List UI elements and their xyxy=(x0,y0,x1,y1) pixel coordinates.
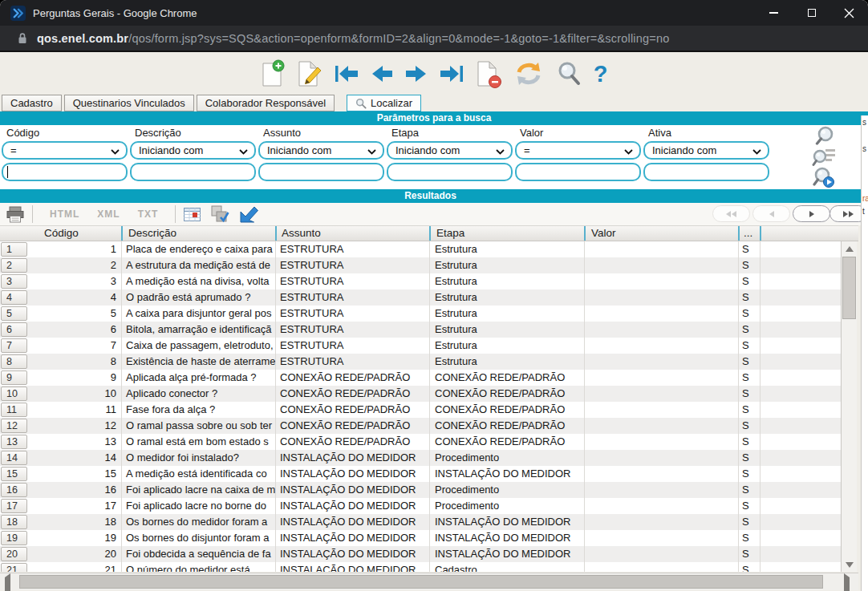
table-row[interactable]: 8 8 Existência de haste de aterrame ESTR… xyxy=(0,354,841,370)
search-simple-button[interactable] xyxy=(812,126,836,146)
tab-localizar[interactable]: Localizar xyxy=(347,95,421,111)
table-row[interactable]: 20 20 Foi obdecida a sequência de fa INS… xyxy=(0,546,841,562)
field-2-operator-select[interactable]: Iniciando com xyxy=(258,141,384,160)
field-3-value-input[interactable] xyxy=(387,163,513,181)
row-number-cell[interactable]: 14 xyxy=(0,450,28,466)
first-record-button[interactable] xyxy=(335,64,359,83)
table-row[interactable]: 5 5 A caixa para disjuntor geral pos EST… xyxy=(0,306,841,322)
row-number-cell[interactable]: 20 xyxy=(0,546,28,562)
address-bar[interactable]: qos.enel.com.br/qos/form.jsp?sys=SQS&act… xyxy=(0,26,868,52)
tab-cadastro[interactable]: Cadastro xyxy=(2,95,62,111)
row-number-cell[interactable]: 11 xyxy=(0,402,28,418)
field-4-value-input[interactable] xyxy=(515,163,641,181)
table-row[interactable]: 15 15 A medição está identificada co INS… xyxy=(0,466,841,482)
next-record-button[interactable] xyxy=(405,64,428,83)
export-xml-button[interactable]: XML xyxy=(97,208,120,220)
export-html-button[interactable]: HTML xyxy=(50,208,79,220)
first-page-button[interactable] xyxy=(712,205,750,222)
import-button[interactable] xyxy=(239,204,259,224)
field-1-value-input[interactable] xyxy=(130,163,256,181)
vertical-scrollbar[interactable] xyxy=(841,241,857,572)
scroll-right-button[interactable] xyxy=(844,577,850,591)
row-number-cell[interactable]: 8 xyxy=(0,354,28,370)
previous-record-button[interactable] xyxy=(371,64,393,83)
previous-page-button[interactable] xyxy=(752,205,790,222)
table-row[interactable]: 9 9 Aplicada alça pré-formada ? CONEXÃO … xyxy=(0,370,841,386)
field-5-value-input[interactable] xyxy=(643,163,769,181)
row-number-cell[interactable]: 6 xyxy=(0,322,28,338)
row-number-cell[interactable]: 9 xyxy=(0,370,28,386)
table-row[interactable]: 4 4 O padrão está aprumado ? ESTRUTURA E… xyxy=(0,289,841,306)
scroll-left-button[interactable] xyxy=(5,577,10,591)
last-record-button[interactable] xyxy=(440,64,464,83)
select-records-button[interactable] xyxy=(210,205,229,224)
row-number-cell[interactable]: 15 xyxy=(0,466,28,482)
field-5-operator-select[interactable]: Iniciando com xyxy=(643,141,769,160)
grid-view-button[interactable] xyxy=(184,208,201,221)
help-button[interactable]: ? xyxy=(594,62,608,86)
vertical-scroll-thumb[interactable] xyxy=(842,257,856,319)
row-number-cell[interactable]: 4 xyxy=(0,289,28,306)
next-page-button[interactable] xyxy=(793,205,830,222)
column-header-assunto[interactable]: Assunto xyxy=(275,226,429,241)
row-number-cell[interactable]: 19 xyxy=(0,530,28,546)
table-row[interactable]: 11 11 Fase fora da alça ? CONEXÃO REDE/P… xyxy=(0,402,841,418)
column-header-valor[interactable]: Valor xyxy=(584,226,738,241)
tab-questinarios-vinculados[interactable]: Questinarios Vinculados xyxy=(64,95,194,111)
row-number-cell[interactable]: 3 xyxy=(0,273,28,289)
field-1-operator-select[interactable]: Iniciando com xyxy=(130,141,256,160)
table-row[interactable]: 14 14 O medidor foi instalado? INSTALAÇÃ… xyxy=(0,450,841,466)
scroll-up-button[interactable] xyxy=(842,241,858,256)
row-number-cell[interactable]: 12 xyxy=(0,418,28,434)
row-number-cell[interactable]: 10 xyxy=(0,386,28,402)
column-header-codigo[interactable]: Código xyxy=(28,226,121,241)
export-txt-button[interactable]: TXT xyxy=(138,208,159,220)
column-header-etapa[interactable]: Etapa xyxy=(429,226,584,241)
table-row[interactable]: 16 16 Foi aplicado lacre na caixa de m I… xyxy=(0,482,841,498)
edit-record-button[interactable] xyxy=(297,59,322,88)
delete-record-button[interactable] xyxy=(476,59,501,88)
table-row[interactable]: 12 12 O ramal passa sobre ou sob ter CON… xyxy=(0,418,841,434)
maximize-button[interactable] xyxy=(793,0,830,26)
horizontal-scrollbar[interactable] xyxy=(0,573,858,590)
row-number-cell[interactable]: 21 xyxy=(0,562,28,572)
table-row[interactable]: 21 21 O número do medidor está INSTALAÇÃ… xyxy=(0,562,841,572)
minimize-button[interactable] xyxy=(755,0,793,26)
row-number-cell[interactable]: 16 xyxy=(0,482,28,498)
table-row[interactable]: 1 1 Placa de endereço e caixa para ESTRU… xyxy=(0,241,841,257)
new-record-button[interactable] xyxy=(261,59,285,88)
tab-colaborador-responsavel[interactable]: Colaborador Responsável xyxy=(197,95,335,111)
search-run-button[interactable] xyxy=(812,168,836,188)
close-button[interactable] xyxy=(830,0,868,26)
table-row[interactable]: 6 6 Bitola, amarração e identificaçã EST… xyxy=(0,322,841,338)
field-3-operator-select[interactable]: Iniciando com xyxy=(387,141,513,160)
row-number-cell[interactable]: 2 xyxy=(0,257,28,273)
table-row[interactable]: 19 19 Os bornes do disjuntor foram a INS… xyxy=(0,530,841,546)
search-button[interactable] xyxy=(556,61,582,87)
row-number-cell[interactable]: 13 xyxy=(0,434,28,450)
table-row[interactable]: 10 10 Aplicado conector ? CONEXÃO REDE/P… xyxy=(0,386,841,402)
column-header-more[interactable]: ... xyxy=(738,226,760,241)
table-row[interactable]: 17 17 Foi aplicado lacre no borne do INS… xyxy=(0,498,841,514)
column-header-descricao[interactable]: Descrição xyxy=(121,226,275,241)
row-number-cell[interactable]: 1 xyxy=(0,241,28,257)
row-number-cell[interactable]: 7 xyxy=(0,338,28,354)
cell-assunto: CONEXÃO REDE/PADRÃO xyxy=(275,402,429,418)
field-0-operator-select[interactable]: = xyxy=(2,141,128,160)
search-list-button[interactable] xyxy=(812,147,836,167)
field-4-operator-select[interactable]: = xyxy=(515,141,641,160)
table-row[interactable]: 7 7 Caixa de passagem, eletroduto, ESTRU… xyxy=(0,338,841,354)
table-row[interactable]: 2 2 A estrutura da medição está de ESTRU… xyxy=(0,257,841,273)
table-row[interactable]: 3 3 A medição está na divisa, volta ESTR… xyxy=(0,273,841,289)
scroll-down-button[interactable] xyxy=(842,557,858,572)
table-row[interactable]: 13 13 O ramal está em bom estado s CONEX… xyxy=(0,434,841,450)
print-button[interactable] xyxy=(6,206,24,223)
refresh-button[interactable] xyxy=(513,61,544,87)
row-number-cell[interactable]: 17 xyxy=(0,498,28,514)
table-row[interactable]: 18 18 Os bornes do medidor foram a INSTA… xyxy=(0,514,841,530)
row-number-cell[interactable]: 18 xyxy=(0,514,28,530)
field-0-value-input[interactable] xyxy=(2,163,128,181)
horizontal-scroll-thumb[interactable] xyxy=(19,575,823,589)
row-number-cell[interactable]: 5 xyxy=(0,306,28,322)
field-2-value-input[interactable] xyxy=(258,163,384,181)
